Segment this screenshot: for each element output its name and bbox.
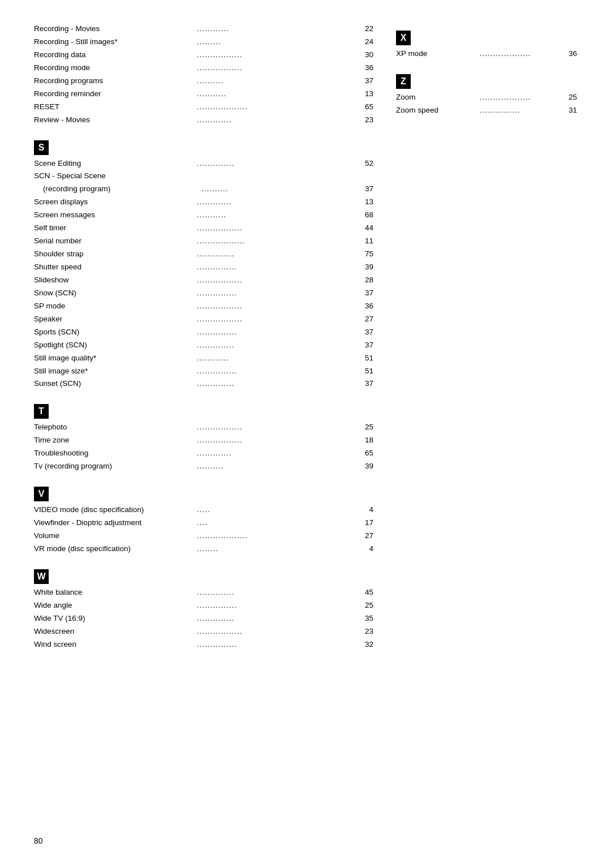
entry-dots: ............. <box>196 114 360 127</box>
entry-dots: .............. <box>196 248 360 261</box>
entry-dots: ........... <box>196 88 360 101</box>
entry-page: 39 <box>360 460 373 473</box>
entry-label: Wide TV (16:9) <box>34 612 196 625</box>
entry-label: Self timer <box>34 222 196 235</box>
index-entry: Troubleshooting ............. 65 <box>34 447 373 460</box>
entry-dots: ................... <box>479 48 563 61</box>
entry-page: 25 <box>360 421 373 434</box>
entry-page: 31 <box>563 104 577 117</box>
r-section-entries: Recording - Movies ............ 22Record… <box>34 23 373 127</box>
entry-label: Screen messages <box>34 209 196 222</box>
entry-page: 52 <box>360 157 373 170</box>
entry-dots: .......... <box>196 75 360 88</box>
index-entry: Scene Editing .............. 52 <box>34 157 373 170</box>
index-entry: Still image quality* ............ 51 <box>34 352 373 365</box>
section-block-w: WWhite balance .............. 45Wide ang… <box>34 561 373 651</box>
entry-dots: ................. <box>196 625 360 638</box>
index-entry: Spotlight (SCN) .............. 37 <box>34 339 373 352</box>
entry-label: Zoom speed <box>396 104 479 117</box>
entry-label: Recording programs <box>34 75 196 88</box>
entry-dots: ................. <box>196 434 360 447</box>
index-entry: Screen displays ............. 13 <box>34 196 373 209</box>
entry-page: 30 <box>360 49 373 62</box>
index-entry: Still image size* ............... 51 <box>34 365 373 378</box>
entry-label: Wide angle <box>34 599 196 612</box>
entry-label: Spotlight (SCN) <box>34 339 196 352</box>
entry-page: 36 <box>360 62 373 75</box>
index-entry: Zoom speed ............... 31 <box>396 104 577 117</box>
entry-dots: ................. <box>196 421 360 434</box>
entry-dots: ............... <box>196 287 360 300</box>
index-entry: Sunset (SCN) .............. 37 <box>34 377 373 390</box>
entry-label: SCN - Special Scene <box>34 170 373 183</box>
entry-page: 24 <box>360 36 373 49</box>
index-entry: Tv (recording program) .......... 39 <box>34 460 373 473</box>
entry-page: 18 <box>360 434 373 447</box>
entry-dots: ................. <box>196 62 360 75</box>
entry-page: 45 <box>360 586 373 599</box>
index-entry: White balance .............. 45 <box>34 586 373 599</box>
entry-page: 13 <box>360 196 373 209</box>
section-header-s: S <box>34 140 49 155</box>
entry-label: XP mode <box>396 48 479 61</box>
index-entry: Widescreen ................. 23 <box>34 625 373 638</box>
entry-label: Still image size* <box>34 365 196 378</box>
entry-label: Screen displays <box>34 196 196 209</box>
entry-page: 36 <box>563 48 577 61</box>
entry-dots: ............... <box>479 104 563 117</box>
entry-dots: ............ <box>196 23 360 36</box>
entry-label: Speaker <box>34 313 196 326</box>
entry-page: 37 <box>360 183 373 196</box>
entry-label: Sunset (SCN) <box>34 377 196 390</box>
index-entry: Recording data ................. 30 <box>34 49 373 62</box>
entry-dots: .................. <box>196 235 360 248</box>
index-entry: Shoulder strap .............. 75 <box>34 248 373 261</box>
entry-label: Review - Movies <box>34 114 196 127</box>
entry-label: Wind screen <box>34 638 196 651</box>
entry-dots: ............... <box>196 638 360 651</box>
index-entry: Sports (SCN) ............... 37 <box>34 326 373 339</box>
entry-page: 4 <box>360 504 373 517</box>
entry-dots: .............. <box>196 339 360 352</box>
entry-label: Sports (SCN) <box>34 326 196 339</box>
entry-label: Volume <box>34 530 196 543</box>
entry-dots: ............. <box>196 196 360 209</box>
entry-page: 37 <box>360 326 373 339</box>
entry-dots: ................. <box>196 274 360 287</box>
section-block-z: ZZoom ................... 25Zoom speed .… <box>396 66 577 117</box>
index-entry: Volume ................... 27 <box>34 530 373 543</box>
entry-page: 37 <box>360 339 373 352</box>
entry-dots: ................... <box>196 101 360 114</box>
entry-page: 23 <box>360 114 373 127</box>
entry-dots: ................. <box>196 222 360 235</box>
page-content: Recording - Movies ............ 22Record… <box>34 23 577 657</box>
section-header-x: X <box>396 31 411 45</box>
index-entry: Shutter speed ............... 39 <box>34 261 373 274</box>
index-entry: XP mode ................... 36 <box>396 48 577 61</box>
entry-dots: ........ <box>196 543 360 556</box>
entry-page: 65 <box>360 101 373 114</box>
entry-page: 36 <box>360 300 373 313</box>
entry-page: 23 <box>360 625 373 638</box>
right-column: XXP mode ................... 36ZZoom ...… <box>396 23 577 657</box>
entry-label: Zoom <box>396 91 479 104</box>
entry-label: White balance <box>34 586 196 599</box>
entry-label: (recording program) <box>43 183 200 196</box>
index-entry: SCN - Special Scene <box>34 170 373 183</box>
entry-page: 39 <box>360 261 373 274</box>
index-entry: SP mode ................. 36 <box>34 300 373 313</box>
entry-page: 37 <box>360 75 373 88</box>
section-header-z: Z <box>396 74 411 89</box>
index-entry: Telephoto ................. 25 <box>34 421 373 434</box>
index-entry: VR mode (disc specification) ........ 4 <box>34 543 373 556</box>
entry-page: 22 <box>360 23 373 36</box>
entry-page: 75 <box>360 248 373 261</box>
section-header-v: V <box>34 487 49 501</box>
entry-label: Recording data <box>34 49 196 62</box>
entry-page: 51 <box>360 352 373 365</box>
entry-label: SP mode <box>34 300 196 313</box>
index-entry: Recording reminder ........... 13 <box>34 88 373 101</box>
entry-dots: ................... <box>196 530 360 543</box>
index-entry: Snow (SCN) ............... 37 <box>34 287 373 300</box>
entry-label: VIDEO mode (disc specification) <box>34 504 196 517</box>
